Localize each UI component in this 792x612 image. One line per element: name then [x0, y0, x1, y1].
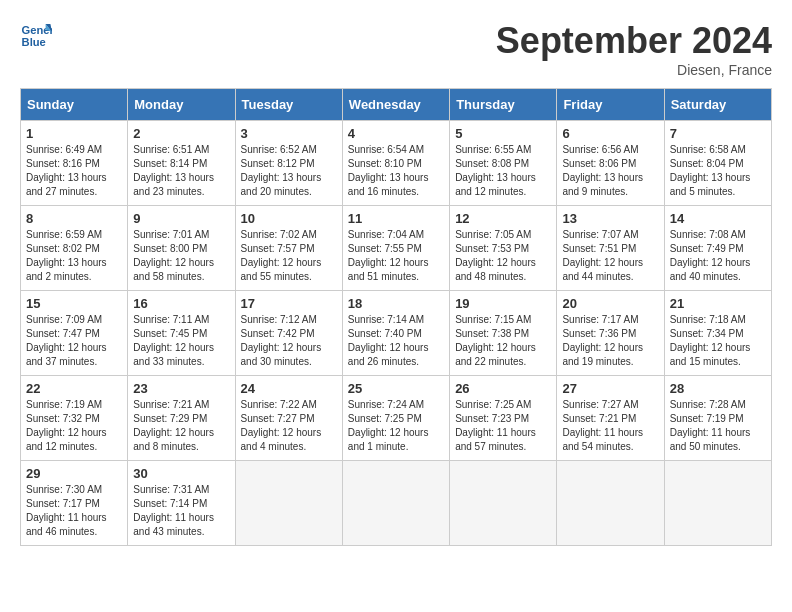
sunrise: Sunrise: 6:54 AM — [348, 144, 424, 155]
sunset: Sunset: 8:02 PM — [26, 243, 100, 254]
daylight: Daylight: 13 hours and 23 minutes. — [133, 172, 214, 197]
col-wednesday: Wednesday — [342, 89, 449, 121]
sunset: Sunset: 7:29 PM — [133, 413, 207, 424]
calendar-row: 8 Sunrise: 6:59 AM Sunset: 8:02 PM Dayli… — [21, 206, 772, 291]
daylight: Daylight: 13 hours and 27 minutes. — [26, 172, 107, 197]
daylight: Daylight: 11 hours and 57 minutes. — [455, 427, 536, 452]
sunset: Sunset: 7:32 PM — [26, 413, 100, 424]
calendar-cell: 18 Sunrise: 7:14 AM Sunset: 7:40 PM Dayl… — [342, 291, 449, 376]
calendar-cell: 26 Sunrise: 7:25 AM Sunset: 7:23 PM Dayl… — [450, 376, 557, 461]
day-info: Sunrise: 7:18 AM Sunset: 7:34 PM Dayligh… — [670, 313, 766, 369]
day-number: 20 — [562, 296, 658, 311]
calendar-cell: 21 Sunrise: 7:18 AM Sunset: 7:34 PM Dayl… — [664, 291, 771, 376]
sunrise: Sunrise: 7:25 AM — [455, 399, 531, 410]
day-info: Sunrise: 7:12 AM Sunset: 7:42 PM Dayligh… — [241, 313, 337, 369]
day-info: Sunrise: 7:22 AM Sunset: 7:27 PM Dayligh… — [241, 398, 337, 454]
day-number: 22 — [26, 381, 122, 396]
day-number: 6 — [562, 126, 658, 141]
day-info: Sunrise: 7:15 AM Sunset: 7:38 PM Dayligh… — [455, 313, 551, 369]
sunset: Sunset: 8:08 PM — [455, 158, 529, 169]
month-title: September 2024 — [496, 20, 772, 62]
calendar-cell: 14 Sunrise: 7:08 AM Sunset: 7:49 PM Dayl… — [664, 206, 771, 291]
sunset: Sunset: 8:16 PM — [26, 158, 100, 169]
daylight: Daylight: 12 hours and 51 minutes. — [348, 257, 429, 282]
calendar-cell: 29 Sunrise: 7:30 AM Sunset: 7:17 PM Dayl… — [21, 461, 128, 546]
calendar-cell: 23 Sunrise: 7:21 AM Sunset: 7:29 PM Dayl… — [128, 376, 235, 461]
day-info: Sunrise: 7:02 AM Sunset: 7:57 PM Dayligh… — [241, 228, 337, 284]
col-saturday: Saturday — [664, 89, 771, 121]
title-area: September 2024 Diesen, France — [496, 20, 772, 78]
sunset: Sunset: 7:57 PM — [241, 243, 315, 254]
daylight: Daylight: 12 hours and 19 minutes. — [562, 342, 643, 367]
sunset: Sunset: 7:55 PM — [348, 243, 422, 254]
daylight: Daylight: 13 hours and 5 minutes. — [670, 172, 751, 197]
calendar-cell: 27 Sunrise: 7:27 AM Sunset: 7:21 PM Dayl… — [557, 376, 664, 461]
day-info: Sunrise: 7:31 AM Sunset: 7:14 PM Dayligh… — [133, 483, 229, 539]
day-info: Sunrise: 7:25 AM Sunset: 7:23 PM Dayligh… — [455, 398, 551, 454]
header-row: Sunday Monday Tuesday Wednesday Thursday… — [21, 89, 772, 121]
sunrise: Sunrise: 7:08 AM — [670, 229, 746, 240]
daylight: Daylight: 12 hours and 8 minutes. — [133, 427, 214, 452]
daylight: Daylight: 12 hours and 26 minutes. — [348, 342, 429, 367]
day-number: 10 — [241, 211, 337, 226]
calendar-cell: 4 Sunrise: 6:54 AM Sunset: 8:10 PM Dayli… — [342, 121, 449, 206]
day-number: 17 — [241, 296, 337, 311]
calendar-cell: 3 Sunrise: 6:52 AM Sunset: 8:12 PM Dayli… — [235, 121, 342, 206]
calendar-body: 1 Sunrise: 6:49 AM Sunset: 8:16 PM Dayli… — [21, 121, 772, 546]
daylight: Daylight: 12 hours and 55 minutes. — [241, 257, 322, 282]
sunset: Sunset: 8:12 PM — [241, 158, 315, 169]
day-number: 8 — [26, 211, 122, 226]
day-number: 4 — [348, 126, 444, 141]
calendar-cell: 15 Sunrise: 7:09 AM Sunset: 7:47 PM Dayl… — [21, 291, 128, 376]
sunrise: Sunrise: 7:02 AM — [241, 229, 317, 240]
day-info: Sunrise: 7:05 AM Sunset: 7:53 PM Dayligh… — [455, 228, 551, 284]
day-number: 15 — [26, 296, 122, 311]
sunrise: Sunrise: 7:07 AM — [562, 229, 638, 240]
sunrise: Sunrise: 7:28 AM — [670, 399, 746, 410]
location: Diesen, France — [496, 62, 772, 78]
day-number: 2 — [133, 126, 229, 141]
sunset: Sunset: 7:21 PM — [562, 413, 636, 424]
day-number: 11 — [348, 211, 444, 226]
calendar-cell: 30 Sunrise: 7:31 AM Sunset: 7:14 PM Dayl… — [128, 461, 235, 546]
sunset: Sunset: 7:17 PM — [26, 498, 100, 509]
sunset: Sunset: 7:27 PM — [241, 413, 315, 424]
day-info: Sunrise: 6:52 AM Sunset: 8:12 PM Dayligh… — [241, 143, 337, 199]
sunrise: Sunrise: 7:24 AM — [348, 399, 424, 410]
daylight: Daylight: 12 hours and 48 minutes. — [455, 257, 536, 282]
sunset: Sunset: 7:36 PM — [562, 328, 636, 339]
sunset: Sunset: 7:53 PM — [455, 243, 529, 254]
col-thursday: Thursday — [450, 89, 557, 121]
daylight: Daylight: 11 hours and 54 minutes. — [562, 427, 643, 452]
calendar-cell: 22 Sunrise: 7:19 AM Sunset: 7:32 PM Dayl… — [21, 376, 128, 461]
day-number: 3 — [241, 126, 337, 141]
sunrise: Sunrise: 7:31 AM — [133, 484, 209, 495]
day-number: 16 — [133, 296, 229, 311]
calendar-cell — [235, 461, 342, 546]
daylight: Daylight: 12 hours and 40 minutes. — [670, 257, 751, 282]
calendar-cell: 6 Sunrise: 6:56 AM Sunset: 8:06 PM Dayli… — [557, 121, 664, 206]
daylight: Daylight: 12 hours and 33 minutes. — [133, 342, 214, 367]
sunrise: Sunrise: 7:05 AM — [455, 229, 531, 240]
sunset: Sunset: 8:14 PM — [133, 158, 207, 169]
day-number: 25 — [348, 381, 444, 396]
daylight: Daylight: 12 hours and 30 minutes. — [241, 342, 322, 367]
day-info: Sunrise: 7:08 AM Sunset: 7:49 PM Dayligh… — [670, 228, 766, 284]
sunset: Sunset: 7:42 PM — [241, 328, 315, 339]
calendar-cell: 7 Sunrise: 6:58 AM Sunset: 8:04 PM Dayli… — [664, 121, 771, 206]
sunset: Sunset: 7:19 PM — [670, 413, 744, 424]
calendar-cell: 11 Sunrise: 7:04 AM Sunset: 7:55 PM Dayl… — [342, 206, 449, 291]
day-number: 9 — [133, 211, 229, 226]
daylight: Daylight: 13 hours and 12 minutes. — [455, 172, 536, 197]
calendar-cell: 10 Sunrise: 7:02 AM Sunset: 7:57 PM Dayl… — [235, 206, 342, 291]
calendar-cell: 2 Sunrise: 6:51 AM Sunset: 8:14 PM Dayli… — [128, 121, 235, 206]
sunset: Sunset: 7:34 PM — [670, 328, 744, 339]
daylight: Daylight: 12 hours and 37 minutes. — [26, 342, 107, 367]
sunrise: Sunrise: 6:51 AM — [133, 144, 209, 155]
day-info: Sunrise: 7:04 AM Sunset: 7:55 PM Dayligh… — [348, 228, 444, 284]
svg-text:Blue: Blue — [22, 36, 46, 48]
calendar-row: 22 Sunrise: 7:19 AM Sunset: 7:32 PM Dayl… — [21, 376, 772, 461]
day-number: 29 — [26, 466, 122, 481]
col-monday: Monday — [128, 89, 235, 121]
sunset: Sunset: 7:40 PM — [348, 328, 422, 339]
